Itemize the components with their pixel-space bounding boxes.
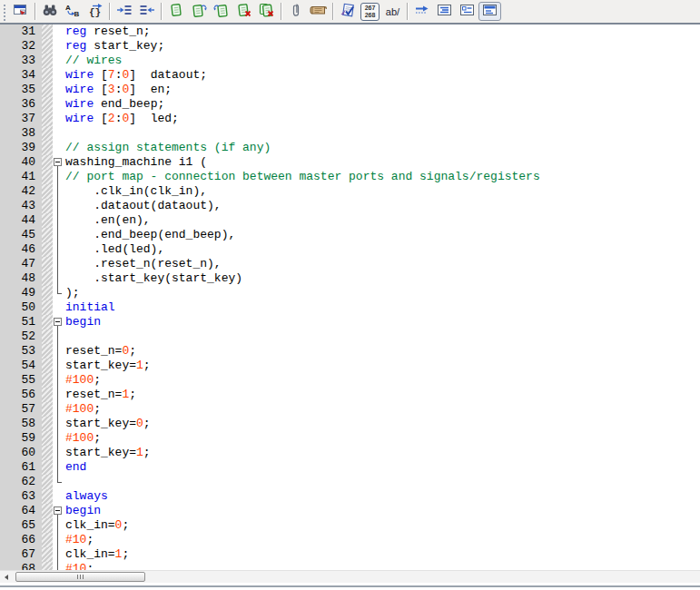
code-line[interactable]: 52 [0,329,700,344]
code-text[interactable]: clk_in=0; [65,518,129,533]
code-line[interactable]: 42 .clk_in(clk_in), [0,184,700,199]
indent-button[interactable] [113,2,135,21]
view-fold-button[interactable] [456,2,478,21]
code-line[interactable]: 47 .reset_n(reset_n), [0,257,700,271]
code-line[interactable]: 68#10; [0,562,700,570]
code-text[interactable]: reset_n=1; [65,388,136,402]
code-text[interactable]: reg start_key; [65,39,164,54]
code-text[interactable]: wire [7:0] dataout; [65,68,207,83]
code-text[interactable]: .led(led), [65,242,164,257]
code-line[interactable]: 50initial [0,300,700,315]
fold-collapse-box[interactable] [53,504,65,518]
toolbar-drag-handle[interactable] [2,3,7,21]
code-text[interactable]: #100; [65,431,101,446]
next-bookmark-button[interactable] [187,2,210,21]
fold-collapse-box[interactable] [53,155,65,170]
code-text[interactable]: ); [65,286,80,300]
code-line[interactable]: 64begin [0,504,700,518]
code-text[interactable]: .dataout(dataout), [65,199,222,213]
view-pane-button[interactable] [478,2,501,21]
code-line[interactable]: 63always [0,489,700,504]
attachment-button[interactable] [284,2,307,21]
code-text[interactable]: initial [65,300,115,315]
code-line[interactable]: 45 .end_beep(end_beep), [0,228,700,242]
code-line[interactable]: 39// assign statements (if any) [0,141,700,155]
code-line[interactable]: 36wire end_beep; [0,97,700,112]
code-line[interactable]: 67clk_in=1; [0,547,700,562]
code-text[interactable]: always [65,489,108,504]
horizontal-scrollbar[interactable] [0,570,700,583]
line-counter-indicator[interactable]: 267 268 [360,3,380,21]
code-line[interactable]: 40washing_machine i1 ( [0,155,700,170]
view-outline-button[interactable] [433,2,456,21]
code-text[interactable]: clk_in=1; [65,547,129,562]
code-line[interactable]: 56reset_n=1; [0,388,700,402]
code-text[interactable]: // wires [65,54,122,68]
code-line[interactable]: 35wire [3:0] en; [0,83,700,97]
code-text[interactable]: end [65,460,86,475]
outdent-button[interactable] [135,2,158,21]
code-text[interactable]: washing_machine i1 ( [65,155,207,170]
code-text[interactable]: .reset_n(reset_n), [65,257,222,271]
delete-all-bookmarks-button[interactable] [255,2,278,21]
code-text[interactable]: wire [2:0] led; [65,112,179,126]
code-line[interactable]: 41// port map - connection between maste… [0,170,700,184]
word-mode-button[interactable]: ab/ [381,2,404,21]
code-line[interactable]: 58start_key=0; [0,417,700,431]
scrollbar-track[interactable] [13,571,700,583]
code-text[interactable]: .end_beep(end_beep), [65,228,235,242]
code-text[interactable]: #10; [65,562,94,570]
code-text[interactable]: begin [65,315,101,329]
code-text[interactable]: reset_n=0; [65,344,136,359]
code-text[interactable]: start_key=1; [65,359,151,373]
code-line[interactable]: 60start_key=1; [0,446,700,460]
code-line[interactable]: 59#100; [0,431,700,446]
code-text[interactable]: #100; [65,402,101,417]
code-text[interactable]: start_key=0; [65,417,151,431]
code-text[interactable]: reg reset_n; [65,25,151,39]
code-line[interactable]: 31reg reset_n; [0,25,700,39]
code-line[interactable]: 37wire [2:0] led; [0,112,700,126]
code-line[interactable]: 61end [0,460,700,475]
new-window-button[interactable] [9,2,32,21]
code-line[interactable]: 38 [0,126,700,141]
code-line[interactable]: 44 .en(en), [0,213,700,228]
toggle-bookmark-button[interactable] [164,2,187,21]
code-line[interactable]: 46 .led(led), [0,242,700,257]
macro-button[interactable] [307,2,330,21]
code-line[interactable]: 33// wires [0,54,700,68]
previous-bookmark-button[interactable] [210,2,232,21]
code-line[interactable]: 49); [0,286,700,300]
code-line[interactable]: 54start_key=1; [0,359,700,373]
scroll-left-button[interactable] [0,571,13,583]
code-line[interactable]: 55#100; [0,373,700,388]
code-line[interactable]: 51begin [0,315,700,329]
code-line[interactable]: 53reset_n=0; [0,344,700,359]
code-line[interactable]: 62 [0,475,700,489]
match-brace-button[interactable]: {} [84,2,106,21]
code-line[interactable]: 65clk_in=0; [0,518,700,533]
code-text[interactable]: .start_key(start_key) [65,271,242,286]
replace-button[interactable]: A B [61,2,84,21]
fold-collapse-box[interactable] [53,315,65,329]
code-line[interactable]: 66#10; [0,533,700,547]
code-text[interactable]: begin [65,504,101,518]
code-editor[interactable]: 31reg reset_n;32reg start_key;33// wires… [0,25,700,570]
code-text[interactable]: start_key=1; [65,446,151,460]
code-text[interactable]: // port map - connection between master … [65,170,540,184]
code-line[interactable]: 34wire [7:0] dataout; [0,68,700,83]
code-text[interactable]: .en(en), [65,213,151,228]
code-text[interactable]: wire end_beep; [65,97,164,112]
code-text[interactable]: wire [3:0] en; [65,83,172,97]
code-line[interactable]: 43 .dataout(dataout), [0,199,700,213]
find-button[interactable] [38,2,61,21]
code-line[interactable]: 48 .start_key(start_key) [0,271,700,286]
code-line[interactable]: 57#100; [0,402,700,417]
code-text[interactable]: .clk_in(clk_in), [65,184,207,199]
check-document-button[interactable] [336,2,359,21]
code-text[interactable]: #10; [65,533,94,547]
scrollbar-thumb[interactable] [15,572,145,582]
delete-bookmark-button[interactable] [232,2,255,21]
code-line[interactable]: 32reg start_key; [0,39,700,54]
code-text[interactable]: #100; [65,373,101,388]
